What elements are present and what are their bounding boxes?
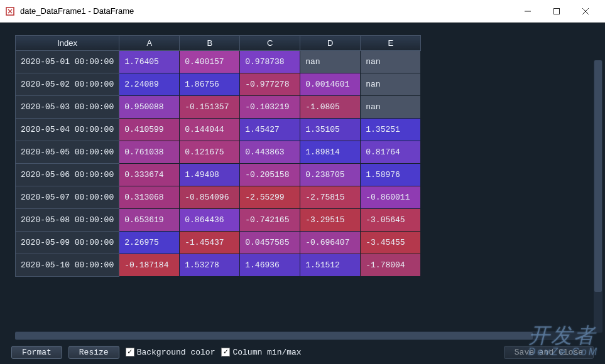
- window-title: date_DataFrame1 - DataFrame: [20, 6, 513, 16]
- data-cell[interactable]: -1.0805: [300, 96, 361, 119]
- data-cell[interactable]: 0.0014601: [300, 73, 361, 96]
- data-cell[interactable]: 1.46936: [240, 254, 300, 277]
- index-cell[interactable]: 2020-05-02 00:00:00: [16, 73, 119, 96]
- close-button[interactable]: [571, 0, 600, 23]
- data-cell[interactable]: nan: [361, 96, 421, 119]
- save-and-close-button[interactable]: Save and Close: [504, 346, 594, 359]
- data-cell[interactable]: 0.81764: [361, 141, 421, 164]
- data-cell[interactable]: 0.144044: [180, 119, 240, 141]
- data-cell[interactable]: 2.26975: [119, 232, 180, 254]
- data-cell[interactable]: 1.45427: [240, 119, 300, 141]
- checkbox-box: ✓: [221, 348, 230, 356]
- data-cell[interactable]: 1.86756: [180, 73, 240, 96]
- data-cell[interactable]: 0.0457585: [240, 232, 300, 254]
- column-minmax-checkbox[interactable]: ✓ Column min/max: [221, 348, 301, 357]
- app-icon: [5, 6, 15, 16]
- data-cell[interactable]: -0.977278: [240, 73, 300, 96]
- background-color-checkbox[interactable]: ✓ Background color: [126, 348, 215, 357]
- dataframe-table: IndexABCDE 2020-05-01 00:00:001.764050.4…: [15, 35, 421, 277]
- data-cell[interactable]: -3.45455: [361, 232, 421, 254]
- data-cell[interactable]: 0.238705: [300, 164, 361, 186]
- data-cell[interactable]: -1.78004: [361, 254, 421, 277]
- data-cell[interactable]: 0.400157: [180, 51, 240, 73]
- data-cell[interactable]: nan: [361, 51, 421, 73]
- column-header-E[interactable]: E: [361, 36, 421, 51]
- table-row: 2020-05-10 00:00:00-0.1871841.532781.469…: [16, 254, 421, 277]
- data-cell[interactable]: 1.35251: [361, 119, 421, 141]
- table-scroll-area[interactable]: IndexABCDE 2020-05-01 00:00:001.764050.4…: [15, 35, 590, 336]
- resize-button[interactable]: Resize: [68, 346, 119, 359]
- checkbox-label: Column min/max: [232, 348, 301, 357]
- table-row: 2020-05-01 00:00:001.764050.4001570.9787…: [16, 51, 421, 73]
- maximize-button[interactable]: [542, 0, 571, 23]
- vertical-scrollbar[interactable]: [594, 60, 602, 333]
- data-cell[interactable]: 0.121675: [180, 141, 240, 164]
- data-cell[interactable]: 0.864436: [180, 209, 240, 232]
- data-cell[interactable]: -0.151357: [180, 96, 240, 119]
- data-cell[interactable]: -0.696407: [300, 232, 361, 254]
- table-row: 2020-05-04 00:00:000.4105990.1440441.454…: [16, 119, 421, 141]
- table-row: 2020-05-06 00:00:000.3336741.49408-0.205…: [16, 164, 421, 186]
- data-cell[interactable]: -2.55299: [240, 186, 300, 209]
- data-cell[interactable]: nan: [361, 73, 421, 96]
- data-cell[interactable]: 0.761038: [119, 141, 180, 164]
- horizontal-scrollbar-thumb[interactable]: [15, 332, 533, 340]
- data-cell[interactable]: -0.187184: [119, 254, 180, 277]
- index-cell[interactable]: 2020-05-05 00:00:00: [16, 141, 119, 164]
- column-header-D[interactable]: D: [300, 36, 361, 51]
- data-cell[interactable]: 0.410599: [119, 119, 180, 141]
- data-cell[interactable]: -0.103219: [240, 96, 300, 119]
- data-cell[interactable]: nan: [300, 51, 361, 73]
- app-body: IndexABCDE 2020-05-01 00:00:001.764050.4…: [0, 23, 605, 364]
- checkbox-box: ✓: [126, 348, 134, 356]
- window-controls: [513, 0, 600, 23]
- data-cell[interactable]: 1.35105: [300, 119, 361, 141]
- svg-rect-2: [554, 8, 560, 14]
- data-cell[interactable]: 0.653619: [119, 209, 180, 232]
- index-cell[interactable]: 2020-05-01 00:00:00: [16, 51, 119, 73]
- titlebar: date_DataFrame1 - DataFrame: [0, 0, 605, 23]
- data-cell[interactable]: -0.860011: [361, 186, 421, 209]
- data-cell[interactable]: 0.443863: [240, 141, 300, 164]
- data-cell[interactable]: -3.05645: [361, 209, 421, 232]
- data-cell[interactable]: -0.742165: [240, 209, 300, 232]
- column-header-B[interactable]: B: [180, 36, 240, 51]
- toolbar: Format Resize ✓ Background color ✓ Colum…: [0, 343, 605, 364]
- index-header[interactable]: Index: [16, 36, 119, 51]
- table-row: 2020-05-08 00:00:000.6536190.864436-0.74…: [16, 209, 421, 232]
- index-cell[interactable]: 2020-05-06 00:00:00: [16, 164, 119, 186]
- index-cell[interactable]: 2020-05-10 00:00:00: [16, 254, 119, 277]
- minimize-button[interactable]: [513, 0, 542, 23]
- data-cell[interactable]: 0.950088: [119, 96, 180, 119]
- column-header-C[interactable]: C: [240, 36, 300, 51]
- data-cell[interactable]: 1.51512: [300, 254, 361, 277]
- format-button[interactable]: Format: [11, 346, 62, 359]
- data-cell[interactable]: 0.313068: [119, 186, 180, 209]
- data-cell[interactable]: 1.49408: [180, 164, 240, 186]
- vertical-scrollbar-thumb[interactable]: [594, 60, 602, 292]
- data-cell[interactable]: 1.76405: [119, 51, 180, 73]
- index-cell[interactable]: 2020-05-07 00:00:00: [16, 186, 119, 209]
- table-row: 2020-05-03 00:00:000.950088-0.151357-0.1…: [16, 96, 421, 119]
- column-header-A[interactable]: A: [119, 36, 180, 51]
- table-row: 2020-05-05 00:00:000.7610380.1216750.443…: [16, 141, 421, 164]
- index-cell[interactable]: 2020-05-09 00:00:00: [16, 232, 119, 254]
- data-cell[interactable]: 2.24089: [119, 73, 180, 96]
- checkbox-label: Background color: [137, 348, 215, 357]
- data-cell[interactable]: -1.45437: [180, 232, 240, 254]
- data-cell[interactable]: 0.978738: [240, 51, 300, 73]
- data-cell[interactable]: -2.75815: [300, 186, 361, 209]
- horizontal-scrollbar[interactable]: [15, 331, 590, 340]
- table-container: IndexABCDE 2020-05-01 00:00:001.764050.4…: [0, 23, 605, 343]
- data-cell[interactable]: 0.333674: [119, 164, 180, 186]
- data-cell[interactable]: -0.854096: [180, 186, 240, 209]
- index-cell[interactable]: 2020-05-08 00:00:00: [16, 209, 119, 232]
- data-cell[interactable]: -3.29515: [300, 209, 361, 232]
- index-cell[interactable]: 2020-05-03 00:00:00: [16, 96, 119, 119]
- data-cell[interactable]: -0.205158: [240, 164, 300, 186]
- data-cell[interactable]: 1.89814: [300, 141, 361, 164]
- table-row: 2020-05-02 00:00:002.240891.86756-0.9772…: [16, 73, 421, 96]
- data-cell[interactable]: 1.58976: [361, 164, 421, 186]
- data-cell[interactable]: 1.53278: [180, 254, 240, 277]
- index-cell[interactable]: 2020-05-04 00:00:00: [16, 119, 119, 141]
